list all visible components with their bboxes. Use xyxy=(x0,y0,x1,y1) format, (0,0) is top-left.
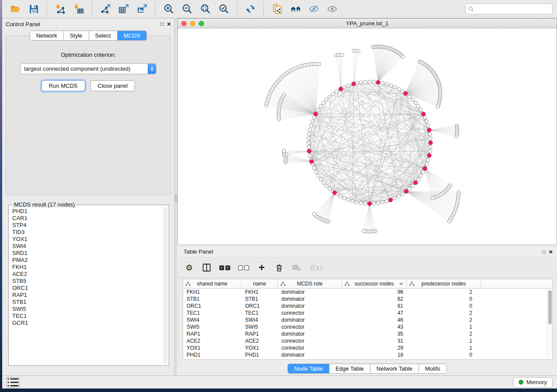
float-panel-icon[interactable]: □ xyxy=(160,21,163,27)
unselect-all-columns-icon[interactable] xyxy=(238,262,249,273)
close-panel-button[interactable]: Close panel xyxy=(90,80,135,91)
show-all-icon[interactable] xyxy=(324,2,340,16)
create-column-icon[interactable]: + xyxy=(257,262,266,273)
tab-edge-table[interactable]: Edge Table xyxy=(329,364,370,373)
table-row-tec1[interactable]: TEC1TEC1connector472 xyxy=(183,309,547,316)
search-input[interactable] xyxy=(476,6,550,12)
first-neighbors-icon[interactable] xyxy=(287,2,303,16)
zoom-out-icon[interactable] xyxy=(179,2,195,16)
column-header-name[interactable]: name xyxy=(242,279,278,288)
column-header-predecessor-nodes[interactable]: predecessor nodes xyxy=(407,279,481,288)
table-panel-title: Table Panel xyxy=(183,248,542,255)
table-row-swi4[interactable]: SWI4SWI4dominator462 xyxy=(183,316,547,323)
cell: TEC1 xyxy=(183,309,242,316)
cell: dominator xyxy=(278,351,342,358)
function-builder-icon: f(x) xyxy=(309,262,322,273)
zoom-in-icon[interactable] xyxy=(161,2,176,16)
result-node-tec1[interactable]: TEC1 xyxy=(10,313,163,320)
zoom-selected-icon[interactable] xyxy=(216,2,232,16)
export-table-icon[interactable] xyxy=(116,2,131,16)
run-mcds-button[interactable]: Run MCDS xyxy=(42,80,85,91)
cell: PHD1 xyxy=(183,351,242,358)
save-session-icon[interactable] xyxy=(26,2,42,16)
open-file-icon[interactable] xyxy=(7,2,23,16)
mcds-result-list[interactable]: PHD1CAR1STP4TID3YOX1SWI4SRD1PMA2FKH1ACE2… xyxy=(10,208,163,364)
search-icon xyxy=(468,6,474,12)
cell: dominator xyxy=(278,303,342,309)
hide-selected-icon[interactable] xyxy=(306,2,322,16)
memory-button[interactable]: Memory xyxy=(513,377,553,388)
float-table-panel-icon[interactable]: □ xyxy=(542,249,545,254)
tab-network[interactable]: Network xyxy=(30,31,63,40)
network-canvas[interactable] xyxy=(178,28,557,244)
table-row-swi5[interactable]: SWI5SWI5connector431 xyxy=(183,323,547,330)
cell: 0 xyxy=(407,303,476,309)
result-node-swi5[interactable]: SWI5 xyxy=(10,306,163,313)
cell: STB1 xyxy=(242,296,278,303)
splitter-grip[interactable] xyxy=(175,195,177,202)
cell: 0 xyxy=(407,296,476,303)
import-network-icon[interactable] xyxy=(52,2,68,16)
column-header-successor-nodes[interactable]: successor nodes xyxy=(342,279,407,288)
table-settings-gear-icon[interactable]: ⚙ xyxy=(184,262,194,273)
vertical-splitter[interactable] xyxy=(175,18,177,375)
tab-style[interactable]: Style xyxy=(63,31,89,40)
cell: 0 xyxy=(407,351,476,358)
tab-network-table[interactable]: Network Table xyxy=(370,364,419,373)
network-window-titlebar[interactable]: YPA_prune.txt_1 xyxy=(178,19,557,28)
result-node-rap1[interactable]: RAP1 xyxy=(10,292,163,299)
table-row-phd1[interactable]: PHD1PHD1dominator180 xyxy=(183,351,547,358)
result-node-stb5[interactable]: STB5 xyxy=(10,278,163,285)
tab-node-table[interactable]: Node Table xyxy=(288,364,329,373)
result-node-orc1[interactable]: ORC1 xyxy=(10,285,163,292)
result-node-ace2[interactable]: ACE2 xyxy=(10,271,163,278)
table-row-fkh1[interactable]: FKH1FKH1dominator962 xyxy=(183,289,547,296)
table-scrollbar-thumb[interactable] xyxy=(548,290,552,324)
delete-column-icon[interactable] xyxy=(274,262,284,273)
search-box[interactable] xyxy=(465,3,553,14)
cell: SWI5 xyxy=(183,323,242,330)
result-node-tid3[interactable]: TID3 xyxy=(10,229,163,236)
tab-motifs[interactable]: Motifs xyxy=(419,364,446,373)
cell: FKH1 xyxy=(242,289,278,296)
result-node-car1[interactable]: CAR1 xyxy=(10,215,163,222)
table-row-rap1[interactable]: RAP1RAP1dominator352 xyxy=(183,330,547,337)
result-scrollbar[interactable] xyxy=(163,207,167,364)
column-header-mcds-role[interactable]: MCDS role xyxy=(278,279,342,288)
result-node-pma2[interactable]: PMA2 xyxy=(10,257,163,264)
import-table-icon[interactable] xyxy=(71,2,86,16)
node-table: shared namenameMCDS rolesuccessor nodesp… xyxy=(183,279,553,360)
cell: 43 xyxy=(342,323,407,330)
result-node-stp4[interactable]: STP4 xyxy=(10,222,163,229)
close-table-panel-icon[interactable]: × xyxy=(549,249,553,254)
criterion-dropdown-value: largest connected component (undirected) xyxy=(21,65,148,72)
select-all-columns-icon[interactable]: ✓✓ xyxy=(219,262,230,273)
result-node-phd1[interactable]: PHD1 xyxy=(10,208,163,215)
table-row-stb1[interactable]: STB1STB1dominator620 xyxy=(183,296,547,303)
cell: 96 xyxy=(342,289,407,296)
table-scrollbar[interactable] xyxy=(547,289,552,359)
cell: connector xyxy=(278,309,342,316)
result-node-gcr1[interactable]: GCR1 xyxy=(10,320,163,327)
table-row-orc1[interactable]: ORC1ORC1dominator610 xyxy=(183,303,547,309)
result-node-fkh1[interactable]: FKH1 xyxy=(10,264,163,271)
cell: 2 xyxy=(407,289,476,296)
export-image-icon[interactable] xyxy=(134,2,150,16)
duplicate-network-icon[interactable] xyxy=(269,2,285,16)
result-node-yox1[interactable]: YOX1 xyxy=(10,236,163,243)
result-node-stb1[interactable]: STB1 xyxy=(10,299,163,306)
task-history-button[interactable] xyxy=(7,377,20,388)
export-network-icon[interactable] xyxy=(97,2,113,16)
tab-select[interactable]: Select xyxy=(89,31,117,40)
result-node-srd1[interactable]: SRD1 xyxy=(10,250,163,257)
table-row-yox1[interactable]: YOX1YOX1connector291 xyxy=(183,344,547,351)
show-columns-icon[interactable] xyxy=(202,262,211,273)
criterion-dropdown[interactable]: largest connected component (undirected) xyxy=(20,63,156,74)
column-header-shared-name[interactable]: shared name xyxy=(183,279,242,288)
close-panel-icon[interactable]: × xyxy=(167,21,171,27)
tab-mcds[interactable]: MCDS xyxy=(117,31,146,40)
zoom-fit-icon[interactable] xyxy=(197,2,213,16)
table-row-ace2[interactable]: ACE2ACE2connector311 xyxy=(183,337,547,344)
result-node-swi4[interactable]: SWI4 xyxy=(10,243,163,250)
refresh-icon[interactable] xyxy=(242,2,258,16)
